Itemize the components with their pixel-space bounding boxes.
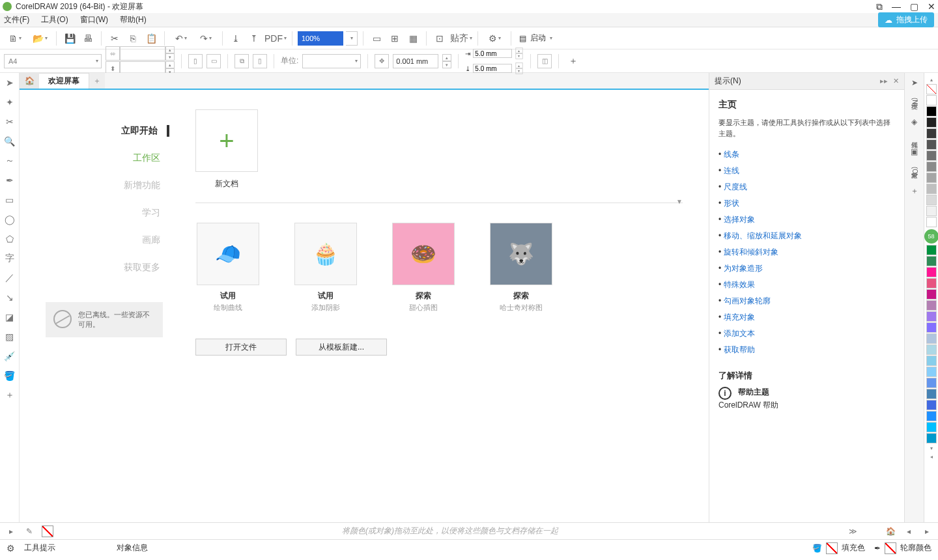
nav-learn[interactable]: 学习	[142, 207, 169, 219]
parallel-dim-tool[interactable]: ／	[3, 271, 17, 285]
topic-link[interactable]: 旋转和倾斜对象	[718, 244, 895, 260]
color-swatch[interactable]	[926, 150, 937, 161]
hints-nav-fwd-icon[interactable]: ▸	[921, 525, 933, 537]
topic-link[interactable]: 添加文本	[718, 326, 895, 342]
page-width-input[interactable]	[120, 46, 165, 61]
shape-tool[interactable]: ✦	[3, 95, 17, 109]
freehand-tool[interactable]: ～	[3, 154, 17, 168]
color-swatch[interactable]	[926, 106, 937, 117]
text-tool[interactable]: 字	[3, 251, 17, 266]
settings-icon[interactable]: ⚙	[7, 543, 15, 553]
dock-add-button[interactable]: ＋	[907, 184, 922, 198]
color-swatch[interactable]	[926, 389, 937, 399]
export-button[interactable]: ⤒	[246, 31, 262, 46]
fullscreen-button[interactable]: ▭	[369, 31, 384, 46]
color-swatch[interactable]	[926, 311, 937, 322]
bleed-button[interactable]: ◫	[537, 54, 552, 68]
docpalette-nocolor[interactable]	[42, 525, 53, 537]
menu-window[interactable]: 窗口(W)	[80, 14, 108, 25]
color-swatch[interactable]	[926, 411, 937, 421]
topic-link[interactable]: 特殊效果	[718, 277, 895, 293]
color-swatch[interactable]	[926, 139, 937, 150]
hints-nav-home-icon[interactable]: 🏠	[885, 525, 896, 537]
ellipse-tool[interactable]: ◯	[3, 212, 17, 227]
guidelines-button[interactable]: ⊡	[432, 31, 448, 46]
topic-link[interactable]: 选择对象	[718, 212, 895, 228]
palette-badge[interactable]: 58	[924, 229, 939, 244]
add-tool-button[interactable]: ＋	[3, 388, 17, 402]
color-swatch[interactable]	[926, 184, 937, 194]
publish-pdf-button[interactable]: PDF	[264, 31, 287, 46]
color-swatch[interactable]	[926, 256, 937, 266]
close-button[interactable]: ✕	[928, 1, 935, 12]
docpalette-menu-icon[interactable]: ▸	[5, 525, 17, 537]
color-swatch[interactable]	[926, 367, 937, 377]
menu-file[interactable]: 文件(F)	[4, 14, 29, 25]
topic-link[interactable]: 勾画对象轮廓	[718, 293, 895, 309]
color-swatch[interactable]	[926, 400, 937, 410]
launch-button[interactable]: ▤ 启动 ▾	[519, 33, 552, 44]
notify-icon[interactable]: ⧉	[876, 1, 883, 12]
import-button[interactable]: ⤓	[228, 31, 244, 46]
new-from-template-button[interactable]: 从模板新建...	[296, 339, 387, 356]
grid-button[interactable]: ▦	[405, 31, 421, 46]
current-page-button[interactable]: ▯	[253, 54, 267, 68]
print-button[interactable]: 🖶	[80, 31, 96, 46]
topic-link[interactable]: 填充对象	[718, 309, 895, 326]
zoom-dropdown[interactable]: ▾	[346, 31, 358, 46]
topic-link[interactable]: 获取帮助	[718, 342, 895, 358]
paste-button[interactable]: 📋	[143, 31, 159, 46]
dock-properties-icon[interactable]: ◈	[907, 115, 922, 129]
fill-tool[interactable]: 🪣	[3, 369, 17, 383]
rulers-button[interactable]: ⊞	[387, 31, 403, 46]
color-swatch[interactable]	[926, 300, 937, 311]
welcome-tab[interactable]: 欢迎屏幕	[39, 73, 89, 89]
palette-down-icon[interactable]: ▾	[930, 445, 933, 451]
unit-combo[interactable]	[302, 54, 361, 68]
color-swatch[interactable]	[926, 344, 937, 355]
hints-close-icon[interactable]: ✕	[893, 77, 899, 85]
cut-button[interactable]: ✂	[107, 31, 122, 46]
no-color-swatch[interactable]	[926, 84, 937, 94]
hints-collapse-icon[interactable]: ▸▸	[880, 77, 888, 85]
nav-whatsnew[interactable]: 新增功能	[124, 180, 169, 191]
help-link[interactable]: CorelDRAW 帮助	[718, 400, 895, 411]
drop-shadow-tool[interactable]: ◪	[3, 310, 17, 324]
color-swatch[interactable]	[926, 173, 937, 183]
color-swatch[interactable]	[926, 356, 937, 366]
open-file-button[interactable]: 打开文件	[195, 339, 287, 356]
color-swatch[interactable]	[926, 206, 937, 216]
color-swatch[interactable]	[926, 245, 937, 255]
color-swatch[interactable]	[926, 289, 937, 300]
color-swatch[interactable]	[926, 333, 937, 344]
card-1[interactable]: 🧁试用添加阴影	[293, 223, 358, 313]
dock-pointer-icon[interactable]: ➤	[907, 76, 922, 90]
card-3[interactable]: 🐺探索哈士奇对称图	[489, 223, 554, 313]
dock-tab-objects[interactable]: 对象(O)	[910, 167, 919, 176]
rectangle-tool[interactable]: ▭	[3, 193, 17, 207]
topic-link[interactable]: 连线	[718, 163, 895, 179]
new-button[interactable]: 🗎	[4, 31, 26, 46]
snap-button[interactable]: 贴齐	[450, 31, 472, 46]
polygon-tool[interactable]: ⬠	[3, 232, 17, 246]
topic-link[interactable]: 移动、缩放和延展对象	[718, 228, 895, 244]
new-document-tile[interactable]: + 新文档	[195, 109, 258, 189]
palette-up-icon[interactable]: ▴	[930, 77, 933, 83]
redo-button[interactable]: ↷	[195, 31, 217, 46]
open-button[interactable]: 📂	[29, 31, 51, 46]
menu-help[interactable]: 帮助(H)	[120, 14, 147, 25]
upload-button[interactable]: ☁ 拖拽上传	[878, 12, 934, 27]
pick-tool[interactable]: ➤	[3, 76, 17, 90]
copy-button[interactable]: ⎘	[125, 31, 141, 46]
zoom-level[interactable]: 100%	[298, 31, 343, 46]
hints-nav-back-icon[interactable]: ◂	[903, 525, 915, 537]
minimize-button[interactable]: —	[892, 1, 901, 12]
card-2[interactable]: 🍩探索甜心插图	[391, 223, 456, 313]
undo-button[interactable]: ↶	[170, 31, 192, 46]
topic-link[interactable]: 为对象造形	[718, 260, 895, 277]
paper-size-combo[interactable]: A4	[4, 54, 102, 68]
portrait-button[interactable]: ▯	[188, 54, 203, 68]
docpalette-scroll-right[interactable]: ≫	[847, 525, 859, 537]
nav-gallery[interactable]: 画廊	[142, 234, 169, 246]
dup-x-input[interactable]	[473, 49, 512, 58]
